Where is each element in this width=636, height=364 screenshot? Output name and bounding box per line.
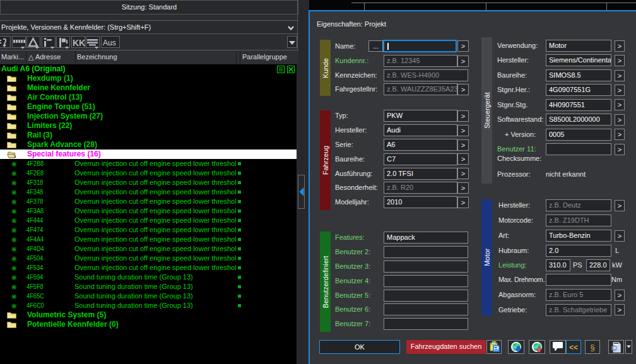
- svg-text:Aus: Aus: [103, 38, 116, 47]
- svg-text:KK: KK: [73, 38, 85, 48]
